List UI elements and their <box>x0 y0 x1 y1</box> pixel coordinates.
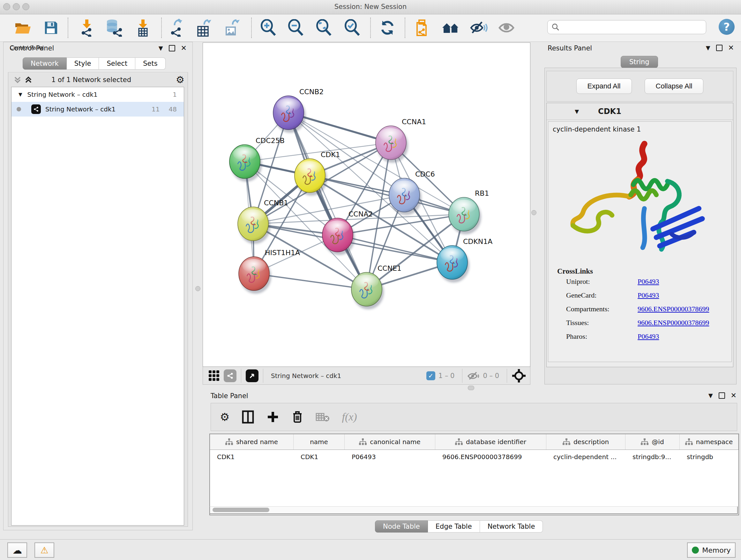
first-neighbors-icon[interactable] <box>442 19 460 37</box>
table-panel-close-icon[interactable]: ✕ <box>731 393 737 398</box>
tab-sets[interactable]: Sets <box>135 57 165 70</box>
bottom-splitter-handle[interactable] <box>468 386 474 390</box>
birds-eye-view-icon[interactable] <box>246 369 259 382</box>
right-splitter-handle[interactable] <box>531 210 536 215</box>
zoom-fit-icon[interactable] <box>315 19 333 37</box>
tab-network-table[interactable]: Network Table <box>480 520 543 533</box>
help-icon[interactable]: ? <box>719 19 735 35</box>
cell-canonical-name[interactable]: P06493 <box>345 450 435 464</box>
crosslink-value-link[interactable]: P06493 <box>637 277 659 286</box>
control-panel-close-icon[interactable]: ✕ <box>181 46 187 51</box>
tab-string[interactable]: String <box>621 56 658 68</box>
tab-style[interactable]: Style <box>67 57 99 70</box>
table-panel-menu-icon[interactable]: ▼ <box>709 392 713 399</box>
cell--id[interactable]: stringdb:9... <box>625 450 680 464</box>
crosslink-value-link[interactable]: 9606.ENSP00000378699 <box>637 319 709 327</box>
results-panel-close-icon[interactable]: ✕ <box>728 45 734 51</box>
zoom-out-icon[interactable] <box>287 19 305 37</box>
network-node-CDC6[interactable] <box>389 178 420 212</box>
column-header-shared-name[interactable]: shared name <box>210 434 293 449</box>
network-node-CCNE1[interactable] <box>351 272 382 306</box>
column-header-description[interactable]: description <box>546 434 625 449</box>
import-table-icon[interactable] <box>134 19 152 37</box>
expand-all-icon[interactable] <box>24 75 33 84</box>
network-node-CDC25B[interactable] <box>229 145 260 179</box>
cloud-status-button[interactable]: ☁ <box>7 543 27 558</box>
results-panel-float-icon[interactable] <box>716 45 723 51</box>
import-network-database-icon[interactable] <box>105 19 123 37</box>
tab-node-table[interactable]: Node Table <box>375 520 428 533</box>
selected-checkbox[interactable]: ✓ <box>426 371 435 380</box>
control-panel-float-icon[interactable] <box>169 45 175 51</box>
collapse-all-icon[interactable] <box>13 75 22 84</box>
column-header-canonical-name[interactable]: canonical name <box>345 434 435 449</box>
cell-name[interactable]: CDK1 <box>293 450 345 464</box>
column-tree-icon <box>562 438 570 445</box>
network-canvas[interactable]: CCNB2CCNA1CDC25BCDK1CDC6RB1CCNB1CCNA2CDK… <box>203 43 530 367</box>
refresh-view-icon[interactable] <box>379 19 396 37</box>
export-network-icon[interactable] <box>167 19 185 37</box>
cell-shared-name[interactable]: CDK1 <box>210 450 293 464</box>
pan-crosshair-icon[interactable] <box>512 368 526 383</box>
network-node-HIST1H1A[interactable] <box>239 257 269 291</box>
show-all-icon[interactable] <box>497 19 515 37</box>
table-row[interactable]: CDK1CDK1P064939606.ENSP00000378699cyclin… <box>210 450 738 464</box>
crosslink-value-link[interactable]: 9606.ENSP00000378699 <box>637 305 709 313</box>
scrollbar-thumb[interactable] <box>212 508 269 512</box>
column-header-database-identifier[interactable]: database identifier <box>435 434 546 449</box>
network-node-CCNA1[interactable] <box>376 126 406 160</box>
cell-description[interactable]: cyclin-dependent ... <box>546 450 625 464</box>
collapse-all-button[interactable]: Collapse All <box>645 78 704 94</box>
zoom-in-icon[interactable] <box>259 19 277 37</box>
network-options-gear-icon[interactable]: ⚙ <box>176 74 185 85</box>
tab-network[interactable]: Network <box>23 57 67 70</box>
export-image-icon[interactable] <box>222 19 240 37</box>
warnings-button[interactable]: ⚠ <box>35 543 54 558</box>
add-column-icon[interactable] <box>266 411 279 423</box>
crosslink-value-link[interactable]: P06493 <box>637 291 659 300</box>
protein-expander-icon[interactable]: ▼ <box>575 108 579 115</box>
import-network-file-icon[interactable] <box>78 19 96 37</box>
hide-selected-icon[interactable] <box>470 19 488 37</box>
protein-card-header[interactable]: ▼ CDK1 <box>547 103 733 120</box>
table-options-gear-icon[interactable]: ⚙ <box>220 411 229 423</box>
zoom-selected-icon[interactable] <box>343 19 361 37</box>
table-panel-float-icon[interactable] <box>719 392 725 399</box>
column-header-name[interactable]: name <box>293 434 345 449</box>
expand-all-button[interactable]: Expand All <box>576 78 632 94</box>
network-node-CDKN1A[interactable] <box>437 246 468 279</box>
crosslink-value-link[interactable]: P06493 <box>637 332 659 341</box>
network-edge-CCNB2-CCNE1[interactable] <box>288 113 367 289</box>
tab-select[interactable]: Select <box>99 57 135 70</box>
search-box[interactable] <box>547 20 706 34</box>
left-splitter-handle[interactable] <box>195 286 200 291</box>
network-node-RB1[interactable] <box>449 197 479 231</box>
network-node-CCNB1[interactable] <box>238 207 268 241</box>
delete-column-icon[interactable] <box>291 410 304 424</box>
duplicate-network-icon[interactable] <box>413 19 431 37</box>
open-session-icon[interactable] <box>14 19 32 37</box>
export-table-icon[interactable] <box>195 19 212 37</box>
network-type-share-icon[interactable] <box>224 369 237 382</box>
memory-button[interactable]: Memory <box>687 543 736 558</box>
network-row[interactable]: String Network – cdk1 11 48 <box>11 102 184 117</box>
function-builder-icon[interactable]: f(x) <box>342 411 357 423</box>
delete-table-icon[interactable] <box>316 412 330 422</box>
cell-namespace[interactable]: stringdb <box>680 450 738 464</box>
control-panel-menu-icon[interactable]: ▼ <box>158 45 163 51</box>
search-input[interactable] <box>560 23 698 31</box>
network-node-CDK1[interactable] <box>294 159 325 192</box>
column-header-namespace[interactable]: namespace <box>680 434 738 449</box>
network-node-CCNA2[interactable] <box>322 218 353 252</box>
network-node-CCNB2[interactable] <box>273 96 304 130</box>
collection-expander-icon[interactable]: ▼ <box>18 91 22 98</box>
table-horizontal-scrollbar[interactable] <box>209 506 738 514</box>
view-grid-icon[interactable] <box>209 370 219 381</box>
column-header--id[interactable]: @id <box>625 434 680 449</box>
show-columns-icon[interactable] <box>242 410 254 424</box>
results-panel-menu-icon[interactable]: ▼ <box>706 44 711 51</box>
network-collection-row[interactable]: ▼ String Network – cdk1 1 <box>11 87 184 102</box>
cell-database-identifier[interactable]: 9606.ENSP00000378699 <box>435 450 546 464</box>
tab-edge-table[interactable]: Edge Table <box>428 520 480 533</box>
save-session-icon[interactable] <box>42 19 60 37</box>
